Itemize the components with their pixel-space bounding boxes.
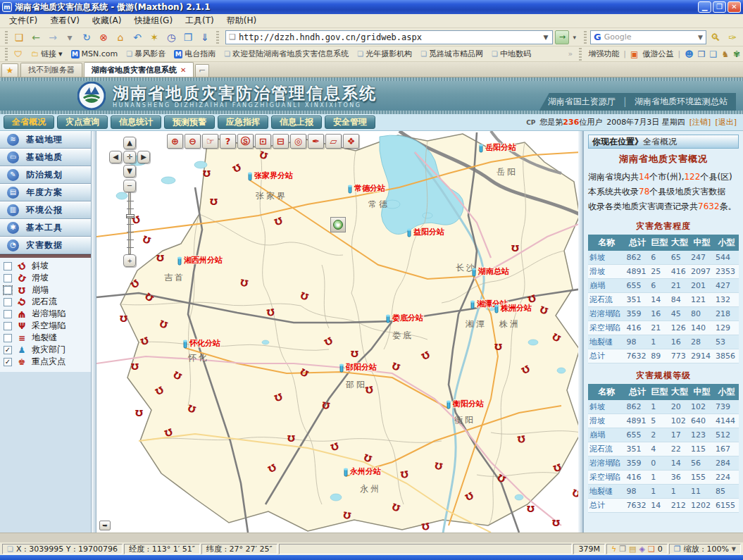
disaster-symbol[interactable]: Ω <box>120 313 127 324</box>
layer-label[interactable]: 采空塌陷 <box>32 320 65 332</box>
menu-item[interactable]: 查看(V) <box>44 13 86 28</box>
browser-tab[interactable]: 找不到服务器 <box>20 63 82 77</box>
station-marker[interactable]: 湘西州分站 <box>177 256 223 265</box>
station-label[interactable]: 怀化分站 <box>189 339 220 348</box>
blocked-popup-icon[interactable]: ❑ <box>648 545 655 554</box>
stop-button[interactable]: ⊗ <box>96 30 111 45</box>
folder-icon[interactable]: ▤ <box>629 545 636 554</box>
station-label[interactable]: 衡阳分站 <box>452 399 484 409</box>
menu-item[interactable]: 帮助(H) <box>220 13 263 28</box>
address-input[interactable]: ❏ http://dzzh.hndh.gov.cn/gridweb.aspx ▼ <box>225 30 553 44</box>
logout-link[interactable]: [注销] <box>689 117 711 127</box>
disaster-symbol[interactable]: Ω <box>351 349 358 359</box>
layer-label[interactable]: 救灾部门 <box>32 344 65 356</box>
nav-tab-4[interactable]: 预测预警 <box>164 116 215 129</box>
layer-tree-tool[interactable]: ❖ <box>343 134 359 149</box>
links-overflow-icon[interactable]: » <box>568 49 573 58</box>
disaster-symbol[interactable]: Ω <box>494 342 502 352</box>
address-dropdown-icon[interactable]: ▼ <box>542 34 550 41</box>
zoom-out-tool[interactable]: ⊖ <box>185 134 201 149</box>
plugin-icon[interactable]: ❑ <box>709 49 717 59</box>
zoom-in-step-button[interactable]: ＋ <box>123 254 136 267</box>
layer-checkbox[interactable] <box>4 334 12 342</box>
search-engine-dropdown-icon[interactable]: ▼ <box>698 34 703 41</box>
layer-label[interactable]: 岩溶塌陷 <box>32 308 65 320</box>
proxy-icon[interactable]: ☻ <box>685 49 694 59</box>
station-marker[interactable]: 张家界分站 <box>248 171 293 180</box>
history-button[interactable]: ◷ <box>163 30 179 45</box>
browser-tab[interactable]: 湖南省地质灾害信息系统✕ <box>84 62 194 77</box>
search-button[interactable]: 🔍︎ <box>708 30 723 45</box>
sidebar-section[interactable]: ▤年度方案 <box>0 184 91 201</box>
go-dropdown-icon[interactable]: ▾ <box>571 34 577 41</box>
boost-icon[interactable]: ϟ <box>611 545 616 554</box>
links-bar-item[interactable]: M电台指南 <box>170 47 220 61</box>
measure-distance-tool[interactable]: ? <box>220 134 236 149</box>
maximize-button[interactable]: ❐ <box>713 1 726 13</box>
toolbar-grip[interactable] <box>216 31 219 44</box>
station-label[interactable]: 湘西州分站 <box>184 256 223 265</box>
pan-up-button[interactable]: ▲ <box>123 137 136 149</box>
zoom-dropdown-icon[interactable]: ▼ <box>732 546 736 552</box>
links-bar-item[interactable]: MMSN.com <box>67 48 123 60</box>
layer-checkbox[interactable] <box>4 322 12 330</box>
disaster-symbol[interactable]: Ω <box>131 361 139 372</box>
new-tab-button[interactable]: ⌐ <box>195 64 209 77</box>
enhance-features-link[interactable]: 增强功能 <box>588 49 619 59</box>
links-bar-item[interactable]: ❏中地数码 <box>487 47 535 61</box>
station-label[interactable]: 张家界分站 <box>254 171 293 180</box>
nav-tab-6[interactable]: 信息上报 <box>271 116 322 129</box>
layer-label[interactable]: 重点灾点 <box>32 356 65 368</box>
disaster-symbol[interactable]: Ω <box>511 243 519 254</box>
layer-label[interactable]: 崩塌 <box>32 284 49 296</box>
station-label[interactable]: 湖南总站 <box>477 267 509 276</box>
toolbar-grip[interactable] <box>5 31 8 44</box>
tab-close-icon[interactable]: ✕ <box>180 66 186 74</box>
pan-tool[interactable]: ☞ <box>202 134 218 149</box>
layer-label[interactable]: 地裂缝 <box>32 332 57 344</box>
pan-right-button[interactable]: ▶ <box>137 151 150 163</box>
hotlink-tool[interactable]: ✒ <box>308 134 324 149</box>
station-label[interactable]: 益阳分站 <box>413 228 444 237</box>
home-button[interactable]: ⌂ <box>113 30 128 45</box>
undo-button[interactable]: ↶ <box>130 30 145 45</box>
nav-tab-1[interactable]: 全省概况 <box>4 116 54 129</box>
exit-link[interactable]: [退出] <box>715 117 737 127</box>
links-bar-item[interactable]: ❏欢迎登陆湖南省地质灾害信息系统 <box>220 47 353 61</box>
toolbar-grip[interactable] <box>5 48 8 61</box>
disaster-symbol[interactable]: Ω <box>203 168 211 179</box>
magic-wand-button[interactable]: ✶ <box>146 30 162 45</box>
links-bar-item[interactable]: ❏光年摄影机构 <box>353 47 416 61</box>
pan-left-button[interactable]: ◀ <box>109 151 122 163</box>
panel-splitter[interactable] <box>578 131 583 533</box>
sidebar-section[interactable]: ◔灾害数据 <box>0 237 91 254</box>
layer-label[interactable]: 滑坡 <box>32 272 49 284</box>
select-rect-tool[interactable]: ⊡ <box>255 134 271 149</box>
pan-down-button[interactable]: ▼ <box>123 165 136 178</box>
nav-tab-2[interactable]: 灾点查询 <box>57 116 108 129</box>
station-label[interactable]: 岳阳分站 <box>485 143 516 152</box>
nav-tab-7[interactable]: 安全管理 <box>325 116 375 129</box>
disaster-symbol[interactable]: Ω <box>135 408 143 418</box>
zoom-slider-track[interactable] <box>128 192 131 254</box>
disaster-symbol[interactable]: Ω <box>156 253 164 263</box>
zoom-control[interactable]: ❐ 缩放 : 100% ▼ <box>669 544 741 554</box>
menu-item[interactable]: 快捷组(G) <box>127 13 179 28</box>
sidebar-section[interactable]: ✱基本工具 <box>0 219 91 237</box>
layer-checkbox[interactable] <box>4 274 12 282</box>
window-icon[interactable]: ❒ <box>698 49 706 59</box>
erase-tool[interactable]: ▱ <box>325 134 342 149</box>
nav-tab-5[interactable]: 应急指挥 <box>218 116 268 129</box>
layer-checkbox[interactable] <box>4 286 12 294</box>
sidebar-section[interactable]: ▥环境公报 <box>0 201 91 219</box>
sidebar-section[interactable]: ≋基础地理 <box>0 131 91 149</box>
highlight-button[interactable]: ✑ <box>725 30 740 45</box>
sidebar-splitter[interactable] <box>92 131 96 533</box>
toolbar-grip[interactable] <box>584 31 587 44</box>
identify-tool[interactable]: ◎ <box>290 134 306 149</box>
link-geo-env-monitor-station[interactable]: 湖南省地质环境监测总站 <box>635 96 728 108</box>
station-label[interactable]: 邵阳分站 <box>345 363 377 372</box>
layer-checkbox[interactable] <box>4 298 12 306</box>
layer-label[interactable]: 泥石流 <box>32 296 57 308</box>
go-button[interactable]: → <box>555 30 569 44</box>
